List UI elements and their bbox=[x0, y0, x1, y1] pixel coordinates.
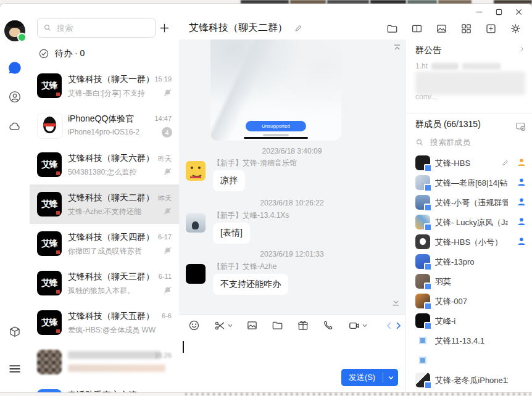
group-avatar: 艾锋 bbox=[37, 271, 62, 295]
left-rail bbox=[0, 4, 30, 392]
admin-badge-icon bbox=[517, 178, 526, 186]
chat-item-selected[interactable]: 艾锋 艾锋科技（聊天二群） 艾锋-Azhe:不支持还能 昨天 bbox=[30, 184, 179, 224]
chevron-down-icon[interactable] bbox=[362, 324, 367, 328]
member-list: 艾锋-HBS 艾锋—老唐[68|14|钻石] 艾锋-小哥（违规群管） 艾锋- L… bbox=[405, 153, 532, 390]
search-input[interactable] bbox=[56, 23, 149, 33]
announcement-text[interactable]: 1.ht bbox=[415, 62, 501, 70]
admin-badge-icon bbox=[517, 217, 526, 226]
messages-tab-icon[interactable] bbox=[7, 60, 23, 76]
settings-gear-icon[interactable] bbox=[510, 23, 522, 35]
send-image-icon[interactable] bbox=[246, 320, 258, 331]
online-status-dot bbox=[17, 33, 27, 42]
send-file-icon[interactable] bbox=[272, 320, 283, 331]
page-right-icon[interactable] bbox=[396, 322, 401, 329]
member-row[interactable]: 艾锋-HBS bbox=[405, 153, 532, 173]
timestamp: 2023/6/19 12:01:33 bbox=[179, 250, 405, 258]
chat-item-subtitle: 艾锋-Azhe:不支持还能 bbox=[68, 207, 159, 217]
chevron-down-icon[interactable] bbox=[228, 324, 233, 328]
member-row[interactable]: 艾锋-小哥（违规群管） bbox=[405, 192, 532, 212]
chat-item[interactable]: 电话助手官方交流 15:26 bbox=[30, 382, 179, 392]
member-search-input[interactable] bbox=[429, 137, 512, 147]
member-row[interactable] bbox=[405, 350, 532, 370]
member-avatar bbox=[415, 254, 430, 269]
chat-item-time: 14:47 bbox=[154, 115, 172, 122]
chat-item[interactable]: 艾锋 艾锋科技（聊天三群） 孤独的狼加入本群。 6-11 bbox=[30, 263, 179, 303]
edit-title-icon[interactable] bbox=[294, 23, 304, 33]
member-message-avatar[interactable] bbox=[186, 213, 206, 233]
member-search[interactable] bbox=[415, 137, 512, 147]
menu-icon[interactable] bbox=[7, 361, 22, 376]
admin-badge-icon bbox=[517, 197, 526, 206]
folder-icon[interactable] bbox=[386, 23, 398, 35]
member-row[interactable]: 艾锋-007 bbox=[405, 291, 532, 311]
collapse-panel-icon[interactable] bbox=[393, 43, 402, 52]
close-button[interactable] bbox=[509, 5, 528, 19]
chat-header: 艾锋科技（聊天二群） bbox=[179, 4, 532, 40]
video-call-icon[interactable] bbox=[348, 320, 367, 332]
background-bottom-sliver bbox=[0, 392, 532, 396]
send-button[interactable]: 发送(S) bbox=[341, 369, 398, 386]
message-bubble[interactable]: 不支持还能咋办 bbox=[213, 274, 288, 295]
announcement-text-end: com/... bbox=[415, 93, 438, 101]
new-window-icon[interactable] bbox=[485, 23, 497, 35]
jump-to-bottom-icon[interactable] bbox=[391, 299, 401, 308]
member-row[interactable]: 艾锋—老唐[68|14|钻石] bbox=[405, 173, 532, 192]
image-message[interactable]: Unsupported bbox=[210, 39, 341, 141]
red-packet-icon[interactable] bbox=[297, 320, 309, 332]
image-caption bbox=[263, 134, 289, 136]
message-bubble[interactable]: [表情] bbox=[213, 223, 250, 244]
add-button[interactable] bbox=[156, 19, 173, 36]
search-box[interactable] bbox=[37, 18, 156, 38]
chat-item[interactable]: 艾锋 艾锋科技（聊天一群） 艾锋-墨白:[分享] 不支持 15:19 bbox=[30, 66, 179, 105]
todo-check-icon bbox=[38, 48, 49, 59]
my-avatar[interactable] bbox=[4, 20, 25, 41]
member-row[interactable]: 艾锋11-13.4.1 bbox=[405, 331, 532, 350]
message-input-area[interactable]: 发送(S) bbox=[179, 336, 405, 392]
emoji-icon[interactable] bbox=[188, 320, 200, 331]
message-bubble[interactable]: 凉拌 bbox=[213, 170, 245, 191]
announcement-chevron-icon[interactable] bbox=[518, 46, 526, 53]
cloud-files-icon[interactable] bbox=[8, 120, 22, 133]
chat-history-icon[interactable] bbox=[411, 23, 423, 35]
gallery-icon[interactable] bbox=[436, 23, 447, 35]
member-avatar bbox=[415, 234, 430, 249]
chat-item-title: 艾锋科技（聊天六群） bbox=[68, 153, 162, 164]
chat-item-subtitle: 艾锋-墨白:[分享] 不支持 bbox=[68, 88, 159, 99]
member-row[interactable]: 艾锋-老冬瓜iPhone11 14.2 bbox=[405, 370, 532, 390]
apps-grid-icon[interactable] bbox=[460, 23, 472, 35]
page-left-icon[interactable] bbox=[386, 322, 391, 329]
minimize-button[interactable] bbox=[469, 5, 489, 19]
voice-call-icon[interactable] bbox=[323, 320, 335, 331]
chat-item[interactable]: 艾锋 艾锋科技（聊天五群） 爱疯-HBS:@全体成员 WW 6-6 bbox=[30, 303, 179, 342]
member-row[interactable]: 艾锋-HBS（小号） bbox=[405, 232, 532, 252]
member-message-avatar[interactable] bbox=[186, 264, 206, 284]
maximize-button[interactable] bbox=[489, 5, 509, 19]
edit-card-icon[interactable] bbox=[501, 159, 510, 167]
mute-icon bbox=[164, 286, 172, 294]
todo-row[interactable]: 待办 · 0 bbox=[38, 44, 85, 63]
member-row[interactable]: 艾锋-13pro bbox=[405, 252, 532, 271]
chat-item[interactable]: iPhoneQQ体验官 iPhone14pro-iOS16-2 14:47 4 bbox=[30, 105, 179, 145]
chat-item-redacted[interactable]: 15:26 bbox=[30, 342, 179, 382]
invite-card-icon[interactable] bbox=[515, 121, 526, 131]
chat-item[interactable]: 艾锋 艾锋科技（聊天四群） 你撤回了成员哎锋苏哲 6-17 bbox=[30, 224, 179, 263]
member-row[interactable]: 羽莫 bbox=[405, 271, 532, 291]
send-options-chevron-icon[interactable] bbox=[383, 376, 398, 380]
chat-items: 艾锋 艾锋科技（聊天一群） 艾锋-墨白:[分享] 不支持 15:19 iPhon… bbox=[30, 66, 179, 392]
workbench-icon[interactable] bbox=[8, 325, 22, 339]
mute-icon bbox=[164, 207, 172, 215]
qq-window: 待办 · 0 艾锋 艾锋科技（聊天一群） 艾锋-墨白:[分享] 不支持 15:1… bbox=[0, 4, 532, 392]
send-button-label: 发送(S) bbox=[341, 372, 383, 383]
placeholder-avatar bbox=[419, 357, 426, 364]
chat-item-time: 15:19 bbox=[154, 75, 172, 83]
contacts-tab-icon[interactable] bbox=[8, 90, 22, 104]
message-sender: 【新手】艾峰-13.4.1Xs bbox=[213, 210, 289, 221]
member-row[interactable]: 艾峰-i bbox=[405, 311, 532, 331]
chat-item[interactable]: 艾锋 艾锋科技（聊天六群） 504381380:怎么监控 昨天 bbox=[30, 145, 179, 184]
member-message-avatar[interactable] bbox=[186, 161, 206, 181]
window-controls bbox=[469, 5, 528, 19]
chat-item-title: 艾锋科技（聊天四群） bbox=[68, 232, 162, 243]
chat-item-time: 昨天 bbox=[158, 154, 172, 163]
member-row[interactable]: 艾锋- Lucky凉风（Jailb bbox=[405, 212, 532, 232]
screenshot-scissors-icon[interactable] bbox=[214, 320, 233, 332]
